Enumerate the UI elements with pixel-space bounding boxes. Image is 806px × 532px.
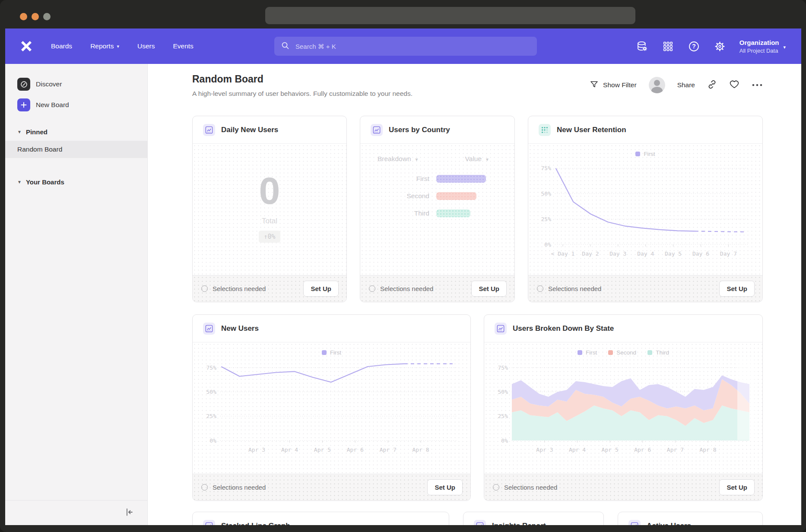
apps-grid-icon[interactable] bbox=[662, 40, 675, 53]
nav-item-boards[interactable]: Boards bbox=[51, 42, 72, 50]
svg-text:Apr 3: Apr 3 bbox=[248, 446, 265, 453]
svg-text:Day 6: Day 6 bbox=[692, 250, 709, 257]
legend-label: First bbox=[330, 349, 341, 356]
board-name: Random Board bbox=[17, 146, 62, 153]
sidebar-item-random-board[interactable]: Random Board bbox=[5, 141, 147, 158]
svg-text:25%: 25% bbox=[541, 216, 552, 222]
legend-swatch bbox=[322, 350, 327, 355]
org-switcher[interactable]: Organization All Project Data ▾ bbox=[739, 38, 786, 54]
favorite-heart-icon[interactable] bbox=[729, 79, 739, 91]
svg-text:0%: 0% bbox=[209, 437, 216, 444]
card-daily-new-users: Daily New Users 0 Total ↑0% Selections n… bbox=[192, 116, 347, 302]
status-selections-needed: Selections needed bbox=[369, 285, 433, 292]
users-by-state-svg: 75%50%25%0%Apr 3Apr 4Apr 5Apr 6Apr 7Apr … bbox=[490, 358, 755, 461]
legend-swatch bbox=[647, 350, 652, 355]
value-dropdown[interactable]: Value▼ bbox=[465, 155, 489, 163]
mixpanel-logo[interactable] bbox=[20, 40, 33, 53]
sidebar-item-discover[interactable]: Discover bbox=[5, 76, 147, 92]
global-search[interactable] bbox=[274, 37, 537, 56]
chart-legend: First bbox=[193, 349, 470, 356]
svg-text:Day 5: Day 5 bbox=[665, 250, 682, 257]
help-icon[interactable]: ? bbox=[688, 40, 701, 53]
sidebar-footer bbox=[5, 500, 147, 525]
nav-item-label: Events bbox=[173, 42, 193, 50]
svg-text:Apr 7: Apr 7 bbox=[380, 446, 397, 453]
section-label: Pinned bbox=[26, 128, 48, 136]
window-minimize-button[interactable] bbox=[32, 13, 39, 20]
window-zoom-button[interactable] bbox=[43, 13, 51, 20]
settings-gear-icon[interactable] bbox=[714, 40, 727, 53]
svg-text:50%: 50% bbox=[498, 389, 508, 395]
country-bar bbox=[436, 175, 486, 183]
country-label: Third bbox=[360, 209, 429, 217]
search-input[interactable] bbox=[295, 42, 530, 51]
filter-funnel-icon bbox=[590, 80, 599, 91]
set-up-button[interactable]: Set Up bbox=[719, 479, 755, 495]
share-button[interactable]: Share bbox=[677, 81, 695, 89]
avatar[interactable] bbox=[649, 77, 665, 93]
copy-link-icon[interactable] bbox=[707, 79, 717, 91]
breakdown-dropdown[interactable]: Breakdown▼ bbox=[378, 155, 419, 163]
card-title: Stacked Line Graph bbox=[221, 522, 290, 526]
svg-text:25%: 25% bbox=[498, 413, 508, 419]
sidebar-section-your-boards[interactable]: ▼ Your Boards bbox=[5, 175, 147, 188]
svg-text:50%: 50% bbox=[206, 389, 217, 395]
chevron-down-icon: ▼ bbox=[17, 180, 22, 184]
svg-text:Day 4: Day 4 bbox=[637, 250, 654, 257]
svg-text:Apr 8: Apr 8 bbox=[413, 446, 429, 453]
svg-text:Apr 4: Apr 4 bbox=[281, 446, 298, 453]
set-up-button[interactable]: Set Up bbox=[719, 281, 755, 297]
chevron-down-icon: ▾ bbox=[117, 44, 119, 49]
chevron-down-icon: ▾ bbox=[783, 44, 786, 50]
legend-item[interactable]: First bbox=[322, 349, 341, 356]
svg-text:Apr 5: Apr 5 bbox=[314, 446, 331, 453]
sidebar-section-pinned[interactable]: ▼ Pinned bbox=[5, 125, 147, 138]
sidebar-item-new-board[interactable]: New Board bbox=[5, 97, 147, 113]
card-title: New Users bbox=[221, 324, 259, 333]
svg-text:?: ? bbox=[692, 43, 696, 50]
legend-item[interactable]: First bbox=[578, 349, 597, 356]
state-area-chart: 75%50%25%0%Apr 3Apr 4Apr 5Apr 6Apr 7Apr … bbox=[490, 358, 756, 463]
more-options-icon[interactable] bbox=[752, 81, 763, 89]
legend-item[interactable]: Third bbox=[647, 349, 669, 356]
set-up-button[interactable]: Set Up bbox=[471, 281, 507, 297]
legend-item[interactable]: Second bbox=[608, 349, 636, 356]
browser-address-bar[interactable] bbox=[265, 7, 635, 24]
sidebar: Discover New Board ▼ Pinned bbox=[5, 64, 148, 525]
card-title: Insights Report bbox=[492, 522, 546, 526]
svg-text:Apr 4: Apr 4 bbox=[569, 446, 586, 453]
new-user-retention-svg: 75%50%25%0%< Day 1Day 2Day 3Day 4Day 5Da… bbox=[534, 160, 755, 263]
line-chart-icon bbox=[203, 124, 215, 136]
nav-item-events[interactable]: Events bbox=[173, 42, 193, 50]
svg-text:Apr 3: Apr 3 bbox=[536, 446, 553, 453]
nav-item-users[interactable]: Users bbox=[137, 42, 155, 50]
nav-item-reports[interactable]: Reports▾ bbox=[90, 42, 119, 50]
set-up-button[interactable]: Set Up bbox=[303, 281, 339, 297]
status-selections-needed: Selections needed bbox=[201, 484, 266, 491]
card-users-by-state: Users Broken Down By State FirstSecondTh… bbox=[484, 314, 763, 501]
card-insights-report: Insights Report bbox=[463, 512, 604, 525]
metric-change-badge: ↑0% bbox=[259, 231, 280, 243]
chevron-down-icon: ▼ bbox=[17, 130, 22, 134]
legend-label: First bbox=[644, 151, 655, 157]
set-up-button[interactable]: Set Up bbox=[427, 479, 463, 495]
legend-item[interactable]: First bbox=[635, 151, 655, 157]
empty-circle-icon bbox=[493, 484, 499, 491]
window-frame: Boards Reports▾ Users Events bbox=[0, 0, 806, 532]
page-subtitle: A high-level summary of user behaviors. … bbox=[192, 90, 413, 98]
share-label: Share bbox=[677, 81, 695, 89]
legend-swatch bbox=[608, 350, 613, 355]
svg-text:25%: 25% bbox=[206, 413, 217, 419]
data-management-icon[interactable] bbox=[636, 40, 649, 53]
window-close-button[interactable] bbox=[20, 13, 27, 20]
country-bar-list: FirstSecondThird bbox=[360, 175, 514, 217]
card-users-by-country: Users by Country Breakdown▼ Value▼ First… bbox=[360, 116, 515, 302]
retention-chart: 75%50%25%0%< Day 1Day 2Day 3Day 4Day 5Da… bbox=[534, 160, 756, 264]
svg-text:0%: 0% bbox=[544, 241, 551, 248]
line-chart-icon bbox=[371, 124, 383, 136]
collapse-sidebar-icon[interactable] bbox=[124, 507, 134, 519]
show-filter-button[interactable]: Show Filter bbox=[590, 80, 637, 91]
card-title: Daily New Users bbox=[221, 126, 278, 134]
show-filter-label: Show Filter bbox=[603, 81, 637, 89]
legend-swatch bbox=[578, 350, 582, 355]
